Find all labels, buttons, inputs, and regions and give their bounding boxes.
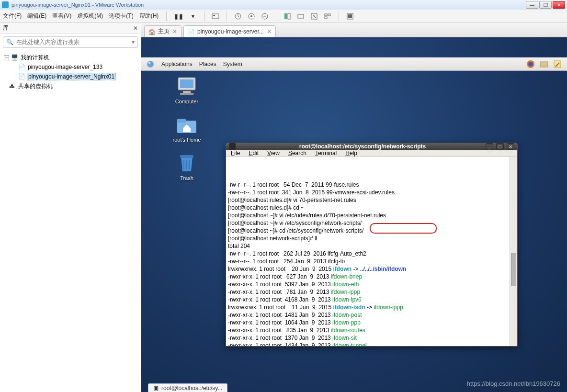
terminal-window[interactable]: root@localhost:/etc/sysconfig/network-sc… — [226, 143, 518, 347]
term-menu-terminal[interactable]: Terminal — [315, 150, 337, 157]
dropdown-icon[interactable]: ▾ — [189, 12, 197, 20]
close-icon[interactable]: ✕ — [267, 28, 272, 35]
vm-tree: − 🖥️ 我的计算机 📄 pinyougou-image-server_133 … — [0, 51, 141, 93]
tab-vm[interactable]: 📄 pinyougou-image-server... ✕ — [183, 25, 276, 37]
close-button[interactable]: ✕ — [507, 143, 514, 150]
terminal-icon — [229, 143, 236, 150]
terminal-body[interactable]: -rw-r--r--. 1 root root 54 Dec 7 2011 99… — [226, 157, 510, 347]
term-menu-view[interactable]: View — [267, 150, 280, 157]
close-sidebar-icon[interactable]: ✕ — [133, 25, 138, 32]
highlight-circle — [370, 223, 437, 234]
file-manager-icon[interactable] — [539, 60, 549, 68]
svg-rect-26 — [177, 119, 186, 123]
scrollbar-thumb[interactable] — [511, 253, 516, 286]
library-header: 库 — [3, 24, 9, 32]
term-menu-search[interactable]: Search — [288, 150, 306, 157]
maximize-button[interactable]: □ — [496, 143, 504, 150]
menu-tabs[interactable]: 选项卡(T) — [109, 12, 133, 20]
app-icon — [2, 1, 9, 8]
separator — [166, 11, 167, 21]
svg-rect-1 — [213, 15, 215, 16]
snapshot-icon[interactable] — [234, 12, 242, 20]
minimize-button[interactable]: — — [526, 1, 538, 9]
close-icon[interactable]: ✕ — [172, 28, 177, 35]
dropdown-icon[interactable]: ▾ — [132, 39, 135, 45]
terminal-icon: ▣ — [153, 385, 159, 392]
tree-vm-item[interactable]: 📄 pinyougou-image-server_133 — [1, 62, 140, 72]
separator — [276, 11, 276, 21]
search-input[interactable] — [16, 39, 129, 45]
svg-rect-19 — [540, 62, 548, 67]
svg-rect-6 — [284, 13, 287, 19]
gnome-panel: Applications Places System — [141, 57, 567, 71]
gnome-menu-places[interactable]: Places — [199, 61, 216, 67]
home-icon: 🏠 — [148, 29, 155, 34]
desktop-icons: Computer root's Home Trash — [165, 76, 208, 181]
tree-vm-item[interactable]: 📄 pinyougou-image-server_Nginx01 — [1, 72, 140, 81]
maximize-button[interactable]: ❐ — [539, 1, 552, 9]
svg-point-4 — [250, 15, 252, 17]
firefox-icon[interactable] — [526, 60, 535, 68]
fit-guest-icon[interactable] — [283, 12, 292, 20]
separator — [227, 11, 227, 21]
taskbar-label: root@localhost:/etc/sy... — [161, 385, 222, 392]
trash-icon — [175, 152, 198, 173]
send-ctrl-alt-del-icon[interactable] — [211, 12, 220, 20]
svg-rect-10 — [325, 14, 327, 16]
gnome-menu-system[interactable]: System — [223, 61, 242, 67]
gnome-foot-icon[interactable] — [146, 60, 155, 68]
svg-rect-11 — [328, 14, 330, 16]
term-menu-file[interactable]: File — [231, 150, 240, 157]
svg-point-18 — [528, 62, 533, 67]
pause-icon[interactable]: ▮▮ — [174, 12, 184, 20]
unity-icon[interactable] — [310, 12, 318, 20]
menu-file[interactable]: 文件(F) — [3, 12, 22, 20]
desktop-icon-label: Computer — [175, 99, 198, 104]
svg-rect-0 — [212, 14, 219, 19]
term-menu-edit[interactable]: Edit — [249, 150, 259, 157]
tree-label: pinyougou-image-server_133 — [27, 64, 103, 70]
tree-label: 共享的虚拟机 — [17, 82, 54, 90]
vm-viewport[interactable]: Applications Places System Computer root… — [141, 37, 567, 392]
terminal-titlebar[interactable]: root@localhost:/etc/sysconfig/network-sc… — [226, 143, 517, 150]
desktop-icon-computer[interactable]: Computer — [165, 76, 208, 104]
separator — [204, 11, 204, 21]
menu-vm[interactable]: 虚拟机(M) — [77, 12, 103, 20]
svg-rect-8 — [298, 14, 304, 18]
close-button[interactable]: ✕ — [553, 1, 565, 9]
svg-point-16 — [148, 62, 150, 64]
svg-point-15 — [147, 61, 154, 67]
home-folder-icon — [175, 114, 198, 135]
revert-icon[interactable] — [261, 12, 269, 20]
svg-rect-12 — [325, 17, 327, 19]
term-menu-help[interactable]: Help — [345, 150, 357, 157]
menu-help[interactable]: 帮助(H) — [139, 12, 159, 20]
desktop-icon-trash[interactable]: Trash — [165, 152, 208, 181]
tab-label: 主页 — [158, 27, 170, 35]
desktop-icon-home[interactable]: root's Home — [165, 114, 208, 143]
menu-bar: 文件(F) 编辑(E) 查看(V) 虚拟机(M) 选项卡(T) 帮助(H) ▮▮… — [0, 10, 567, 23]
minimize-button[interactable]: _ — [486, 143, 493, 150]
thumbnail-icon[interactable] — [323, 12, 332, 20]
menu-view[interactable]: 查看(V) — [52, 12, 71, 20]
terminal-title: root@localhost:/etc/sysconfig/network-sc… — [239, 143, 486, 150]
taskbar-item[interactable]: ▣ root@localhost:/etc/sy... — [148, 383, 227, 392]
library-icon[interactable] — [346, 12, 354, 20]
snapshot-manager-icon[interactable] — [247, 12, 256, 20]
tree-root[interactable]: − 🖥️ 我的计算机 — [1, 53, 140, 62]
search-box[interactable]: 🔍 ▾ — [3, 36, 138, 48]
tree-label: 我的计算机 — [20, 54, 50, 62]
separator — [339, 11, 339, 21]
scrollbar[interactable] — [510, 157, 517, 347]
tree-shared[interactable]: 🖧 共享的虚拟机 — [1, 81, 140, 91]
text-editor-icon[interactable] — [553, 60, 562, 68]
content-area: 🏠 主页 ✕ 📄 pinyougou-image-server... ✕ App… — [141, 23, 567, 392]
gnome-menu-applications[interactable]: Applications — [161, 61, 193, 67]
search-icon: 🔍 — [6, 39, 13, 45]
vm-icon: 📄 — [18, 73, 25, 80]
tab-home[interactable]: 🏠 主页 ✕ — [144, 25, 181, 37]
collapse-icon[interactable]: − — [4, 55, 9, 60]
vm-icon: 📄 — [18, 64, 25, 70]
fullscreen-icon[interactable] — [296, 12, 305, 20]
menu-edit[interactable]: 编辑(E) — [27, 12, 46, 20]
